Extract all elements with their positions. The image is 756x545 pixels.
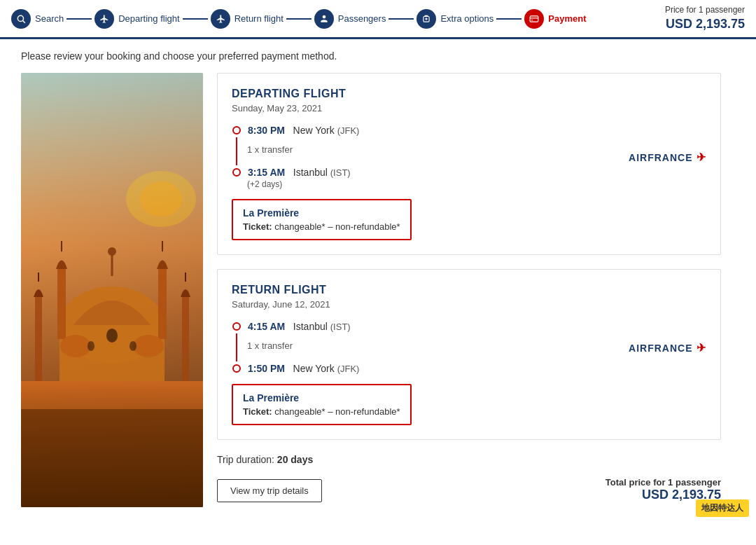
destination-image (21, 73, 203, 507)
departing-origin-code: (JFK) (337, 125, 360, 136)
return-flight-title: RETURN FLIGHT (232, 284, 706, 296)
svg-point-0 (18, 15, 23, 21)
return-transfer: 1 x transfer (247, 340, 293, 351)
svg-rect-6 (530, 15, 538, 21)
departing-dest: 3:15 AM Istanbul (IST) (232, 167, 629, 178)
nav-step-passengers[interactable]: Passengers (314, 9, 386, 29)
price-per-passenger-label: Price for 1 passenger (665, 4, 745, 16)
dest-dot (232, 168, 241, 177)
nav-sep-5 (496, 18, 522, 20)
instruction-text: Please review your booking and choose yo… (21, 50, 735, 62)
return-ticket-conditions: Ticket: changeable* – non-refundable* (243, 406, 400, 417)
svg-rect-18 (35, 297, 42, 381)
return-dest-dot (232, 364, 241, 373)
total-price-label: Total price for 1 passenger (606, 477, 721, 488)
svg-rect-8 (531, 20, 533, 20)
return-dest-time: 1:50 PM (248, 363, 285, 374)
departing-transfer: 1 x transfer (247, 144, 293, 155)
main-content: Please review your booking and choose yo… (0, 39, 756, 518)
header-price-box: Price for 1 passenger USD 2,193.75 (665, 4, 745, 34)
passengers-icon (314, 9, 334, 29)
departing-origin-city: New York (293, 125, 335, 136)
return-airline: AIRFRANCE ✈ (629, 341, 706, 354)
return-route-row: 4:15 AM Istanbul (IST) 1 x transfe (232, 321, 706, 374)
departing-dest-code: (IST) (330, 167, 351, 178)
return-origin-code: (IST) (330, 322, 351, 332)
nav-sep-1 (66, 18, 92, 20)
svg-line-1 (23, 20, 25, 22)
return-origin-city: Istanbul (293, 321, 328, 332)
svg-point-23 (133, 335, 164, 357)
total-price-box: Total price for 1 passenger USD 2,193.75 (606, 477, 721, 502)
svg-point-13 (108, 247, 116, 256)
search-label: Search (35, 13, 64, 24)
return-origin-dot (232, 322, 241, 331)
svg-rect-14 (57, 269, 66, 339)
return-dest-city: New York (293, 363, 335, 374)
departing-days-note: (+2 days) (247, 179, 629, 189)
departing-origin-time: 8:30 PM (248, 125, 285, 136)
departing-dest-time: 3:15 AM (248, 167, 285, 178)
departing-ticket-box: La Première Ticket: changeable* – non-re… (232, 199, 412, 240)
return-dest-code: (JFK) (337, 364, 360, 374)
trip-bottom-row: View my trip details Total price for 1 p… (217, 472, 721, 502)
departing-ticket-class: La Première (243, 207, 400, 219)
payment-label: Payment (548, 13, 586, 24)
svg-point-30 (140, 181, 182, 216)
departing-origin: 8:30 PM New York (JFK) (232, 125, 629, 136)
svg-point-28 (130, 341, 136, 351)
trip-duration-row: Trip duration: 20 days (217, 454, 721, 465)
search-icon (11, 9, 31, 29)
content-layout: DEPARTING FLIGHT Sunday, May 23, 2021 8:… (21, 73, 735, 507)
passengers-label: Passengers (338, 13, 386, 24)
return-dest: 1:50 PM New York (JFK) (232, 363, 629, 374)
svg-rect-16 (158, 269, 167, 339)
nav-sep-2 (183, 18, 208, 20)
return-origin: 4:15 AM Istanbul (IST) (232, 321, 629, 332)
extra-icon (416, 9, 436, 29)
departing-flight-date: Sunday, May 23, 2021 (232, 103, 706, 113)
trip-duration-value: 20 days (277, 454, 313, 465)
nav-sep-4 (388, 18, 414, 20)
departing-route-row: 8:30 PM New York (JFK) 1 x transfe (232, 125, 706, 189)
nav-sep-3 (286, 18, 312, 20)
return-ticket-box: La Première Ticket: changeable* – non-re… (232, 384, 412, 425)
header-price-amount: USD 2,193.75 (665, 15, 745, 33)
top-navigation: Search Departing flight Return flight Pa… (0, 0, 756, 39)
watermark: 地因特达人 (696, 499, 749, 517)
departing-flight-title: DEPARTING FLIGHT (232, 88, 706, 100)
nav-step-return[interactable]: Return flight (211, 9, 284, 29)
return-label: Return flight (234, 13, 284, 24)
departing-ticket-conditions: Ticket: changeable* – non-refundable* (243, 221, 400, 232)
nav-step-extra[interactable]: Extra options (416, 9, 493, 29)
departing-timeline: 8:30 PM New York (JFK) 1 x transfe (232, 125, 629, 189)
return-ticket-class: La Première (243, 392, 400, 403)
departing-dest-city: Istanbul (293, 167, 328, 178)
departing-label: Departing flight (118, 13, 179, 24)
return-timeline: 4:15 AM Istanbul (IST) 1 x transfe (232, 321, 629, 374)
nav-step-search[interactable]: Search (11, 9, 64, 29)
departing-icon (94, 9, 114, 29)
svg-rect-25 (21, 409, 203, 507)
svg-point-2 (322, 15, 326, 18)
nav-step-payment[interactable]: Payment (524, 9, 586, 29)
departing-airline: AIRFRANCE ✈ (629, 151, 706, 164)
trip-summary: Trip duration: 20 days View my trip deta… (217, 454, 721, 502)
extra-label: Extra options (440, 13, 493, 24)
return-origin-time: 4:15 AM (248, 321, 285, 332)
nav-step-departing[interactable]: Departing flight (94, 9, 179, 29)
departing-flight-card: DEPARTING FLIGHT Sunday, May 23, 2021 8:… (217, 73, 721, 255)
flights-content: DEPARTING FLIGHT Sunday, May 23, 2021 8:… (203, 73, 735, 507)
svg-point-22 (60, 335, 91, 357)
origin-dot (232, 126, 241, 134)
payment-icon (524, 9, 544, 29)
view-trip-details-button[interactable]: View my trip details (217, 479, 322, 502)
return-flight-card: RETURN FLIGHT Saturday, June 12, 2021 4:… (217, 269, 721, 440)
svg-rect-20 (182, 297, 189, 381)
svg-point-27 (88, 341, 94, 351)
return-flight-date: Saturday, June 12, 2021 (232, 299, 706, 310)
return-icon (211, 9, 230, 29)
svg-point-26 (106, 329, 118, 343)
